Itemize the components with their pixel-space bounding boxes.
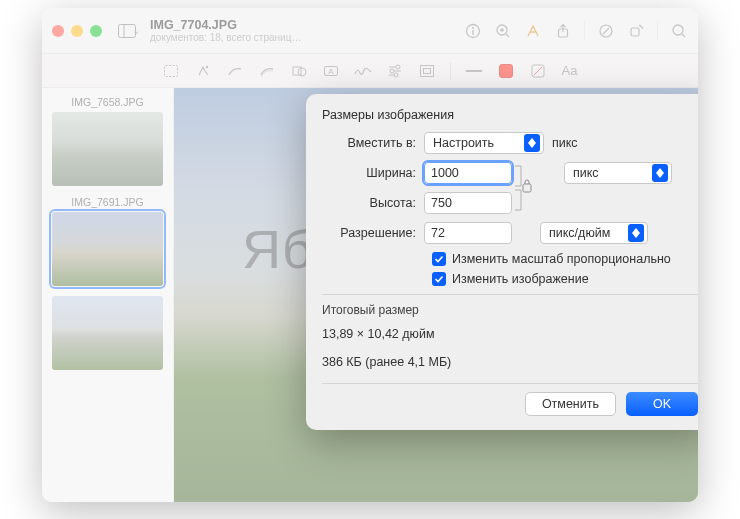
svg-marker-33 xyxy=(528,143,536,148)
svg-point-21 xyxy=(390,69,394,73)
window-controls xyxy=(52,25,102,37)
scale-proportionally-checkbox[interactable]: Изменить масштаб пропорционально xyxy=(432,252,698,266)
width-height-unit-select[interactable]: пикс xyxy=(564,162,672,184)
svg-marker-36 xyxy=(656,173,664,178)
chevron-down-icon: ⌄ xyxy=(132,25,140,36)
divider xyxy=(322,294,698,295)
window-subtitle: документов: 18, всего страниц… xyxy=(150,32,464,43)
zoom-window-button[interactable] xyxy=(90,25,102,37)
svg-line-14 xyxy=(682,34,685,37)
svg-marker-38 xyxy=(632,233,640,238)
select-arrows-icon xyxy=(628,224,644,242)
image-dimensions-dialog: Размеры изображения Вместить в: Настроит… xyxy=(306,94,698,430)
result-dimensions: 13,89 × 10,42 дюйм xyxy=(322,327,698,341)
thumbnail-image xyxy=(52,296,163,370)
fit-into-select[interactable]: Настроить xyxy=(424,132,544,154)
resample-label: Изменить изображение xyxy=(452,272,589,286)
sign-icon[interactable] xyxy=(354,62,372,80)
thumbnail-sidebar[interactable]: IMG_7658.JPG IMG_7691.JPG xyxy=(42,88,174,502)
thumbnail-image xyxy=(52,212,163,286)
window-title: IMG_7704.JPG xyxy=(150,18,464,32)
toolbar-right xyxy=(464,21,688,41)
minimize-window-button[interactable] xyxy=(71,25,83,37)
shapes-icon[interactable] xyxy=(290,62,308,80)
text-tool-icon[interactable]: A xyxy=(322,62,340,80)
svg-rect-34 xyxy=(523,184,531,192)
separator xyxy=(657,21,658,41)
scale-proportionally-label: Изменить масштаб пропорционально xyxy=(452,252,671,266)
resolution-unit-select[interactable]: пикс/дюйм xyxy=(540,222,648,244)
adjust-color-icon[interactable] xyxy=(386,62,404,80)
svg-point-18 xyxy=(298,68,306,76)
close-window-button[interactable] xyxy=(52,25,64,37)
thumbnail-label: IMG_7691.JPG xyxy=(52,196,163,208)
thumbnail-image xyxy=(52,112,163,186)
thumbnail-item[interactable]: IMG_7691.JPG xyxy=(52,196,163,286)
fit-into-label: Вместить в: xyxy=(322,136,424,150)
svg-point-13 xyxy=(673,25,683,35)
svg-point-16 xyxy=(205,65,207,67)
select-arrows-icon xyxy=(524,134,540,152)
constrain-lock[interactable] xyxy=(512,162,536,214)
width-label: Ширина: xyxy=(322,166,424,180)
checkmark-icon xyxy=(432,252,446,266)
height-input[interactable]: 750 xyxy=(424,192,512,214)
svg-rect-15 xyxy=(164,65,177,76)
titlebar: ⌄ IMG_7704.JPG документов: 18, всего стр… xyxy=(42,8,698,54)
result-filesize: 386 КБ (ранее 4,1 МБ) xyxy=(322,355,698,369)
cancel-button[interactable]: Отменить xyxy=(525,392,616,416)
preview-window: ⌄ IMG_7704.JPG документов: 18, всего стр… xyxy=(42,8,698,502)
markup-toggle-icon[interactable] xyxy=(597,22,615,40)
thumbnail-item[interactable]: IMG_7658.JPG xyxy=(52,96,163,186)
search-icon[interactable] xyxy=(670,22,688,40)
thumbnail-label: IMG_7658.JPG xyxy=(52,96,163,108)
width-input[interactable]: 1000 xyxy=(424,162,512,184)
fill-color-icon[interactable] xyxy=(529,62,547,80)
highlight-icon[interactable] xyxy=(524,22,542,40)
svg-rect-12 xyxy=(631,28,639,36)
separator xyxy=(584,21,585,41)
border-color-icon[interactable] xyxy=(497,62,515,80)
svg-rect-27 xyxy=(420,65,433,76)
separator xyxy=(450,62,451,80)
share-icon[interactable] xyxy=(554,22,572,40)
text-style-icon[interactable]: Aa xyxy=(561,62,579,80)
svg-line-6 xyxy=(506,34,509,37)
zoom-in-icon[interactable] xyxy=(494,22,512,40)
svg-rect-28 xyxy=(423,68,430,73)
ok-button[interactable]: OK xyxy=(626,392,698,416)
svg-point-25 xyxy=(394,73,398,77)
thumbnail-item[interactable] xyxy=(52,296,163,370)
fit-into-value: Настроить xyxy=(433,136,494,150)
svg-point-3 xyxy=(472,27,474,29)
svg-rect-4 xyxy=(472,30,473,35)
dialog-title: Размеры изображения xyxy=(322,108,698,122)
draw-icon[interactable] xyxy=(226,62,244,80)
markup-toolbar: A Aa xyxy=(42,54,698,88)
title-block: IMG_7704.JPG документов: 18, всего стран… xyxy=(150,18,464,43)
resolution-label: Разрешение: xyxy=(322,226,424,240)
svg-point-23 xyxy=(396,65,400,69)
divider xyxy=(322,383,698,384)
svg-text:A: A xyxy=(328,67,334,76)
result-title: Итоговый размер xyxy=(322,303,698,317)
height-label: Высота: xyxy=(322,196,424,210)
instant-alpha-icon[interactable] xyxy=(194,62,212,80)
select-arrows-icon xyxy=(652,164,668,182)
line-weight-icon[interactable] xyxy=(465,62,483,80)
info-icon[interactable] xyxy=(464,22,482,40)
adjust-size-icon[interactable] xyxy=(418,62,436,80)
sidebar-view-button[interactable]: ⌄ xyxy=(114,16,144,46)
sketch-icon[interactable] xyxy=(258,62,276,80)
selection-tool-icon[interactable] xyxy=(162,62,180,80)
rotate-icon[interactable] xyxy=(627,22,645,40)
resample-checkbox[interactable]: Изменить изображение xyxy=(432,272,698,286)
svg-line-31 xyxy=(534,67,542,75)
resolution-input[interactable]: 72 xyxy=(424,222,512,244)
checkmark-icon xyxy=(432,272,446,286)
fit-unit-label: пикс xyxy=(552,136,578,150)
